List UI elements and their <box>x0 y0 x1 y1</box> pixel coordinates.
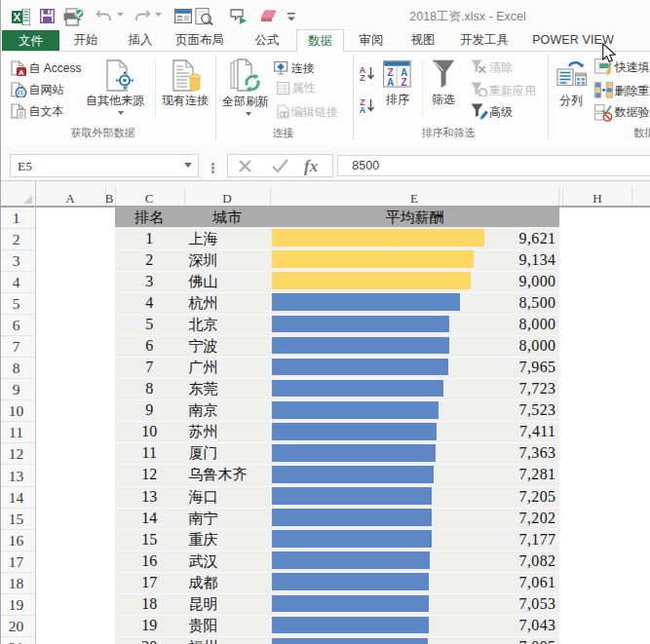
svg-text:A: A <box>387 77 394 88</box>
svg-text:A: A <box>19 67 24 75</box>
svg-text:A: A <box>360 105 366 113</box>
svg-text:Z: Z <box>360 73 365 81</box>
svg-text:Z: Z <box>401 77 406 88</box>
